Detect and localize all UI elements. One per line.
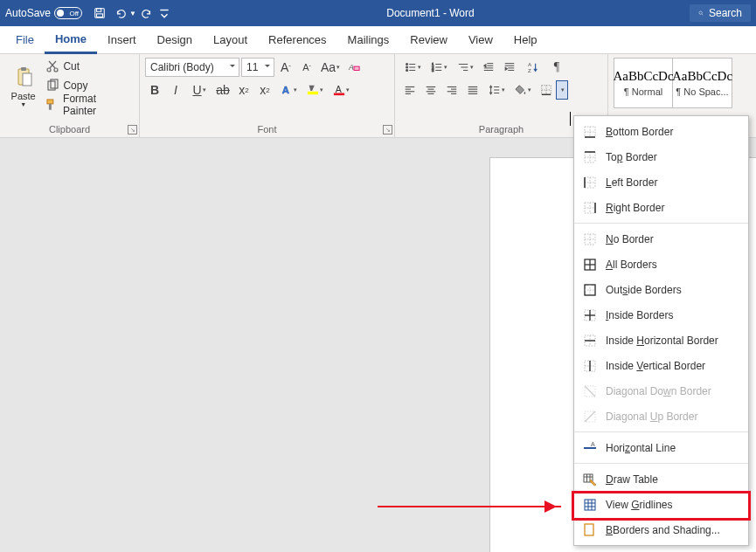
align-left-button[interactable]	[400, 80, 420, 100]
tab-file[interactable]: File	[5, 26, 45, 54]
autosave-toggle[interactable]: AutoSave Off	[5, 7, 82, 19]
view-gridlines-icon	[583, 498, 597, 512]
superscript-button[interactable]: x2	[255, 80, 274, 100]
right-border-icon	[583, 201, 597, 215]
style-no-spacing[interactable]: AaBbCcDc ¶ No Spac...	[673, 58, 732, 108]
search-box[interactable]: Search	[690, 4, 751, 22]
style-name-nospacing: ¶ No Spac...	[675, 86, 730, 97]
subscript-button[interactable]: x2	[234, 80, 253, 100]
clipboard-launcher[interactable]: ↘	[128, 125, 137, 135]
menu-label: All Borders	[606, 259, 657, 271]
format-painter-button[interactable]: Format Painter	[43, 96, 134, 114]
menu-label: Inside Borders	[606, 309, 673, 321]
qat-more-icon[interactable]	[158, 3, 170, 23]
menu-view-gridlines[interactable]: View Gridlines	[574, 492, 748, 517]
font-color-button[interactable]: A▾	[329, 80, 353, 100]
tab-mailings[interactable]: Mailings	[337, 26, 400, 54]
svg-point-9	[47, 68, 51, 72]
borders-menu: Bottom Border Top Border Left Border Rig…	[573, 115, 749, 546]
svg-rect-2	[97, 14, 103, 17]
increase-indent-button[interactable]	[500, 58, 519, 77]
tab-insert[interactable]: Insert	[97, 26, 147, 54]
format-painter-icon	[45, 98, 59, 112]
tab-help[interactable]: Help	[503, 26, 548, 54]
menu-left-border[interactable]: Left Border	[574, 169, 748, 195]
svg-line-12	[49, 61, 55, 68]
tab-design[interactable]: Design	[147, 26, 203, 54]
menu-right-border[interactable]: Right Border	[574, 195, 748, 220]
svg-rect-15	[47, 100, 53, 104]
numbering-button[interactable]: 123▾	[427, 58, 451, 77]
undo-icon[interactable]	[111, 3, 130, 23]
font-name-select[interactable]: Calibri (Body)	[145, 58, 239, 77]
menu-top-border[interactable]: Top Border	[574, 144, 748, 169]
borders-dropdown-button[interactable]: ▾	[556, 80, 568, 100]
grow-font-button[interactable]: Aˆ	[276, 58, 295, 77]
svg-line-121	[585, 411, 595, 422]
tab-review[interactable]: Review	[399, 26, 458, 54]
group-clipboard: Paste ▼ Cut Copy	[0, 54, 140, 137]
cut-button[interactable]: Cut	[43, 58, 134, 75]
menu-inside-horizontal-border[interactable]: Inside Horizontal Border	[574, 328, 748, 353]
style-normal[interactable]: AaBbCcDc ¶ Normal	[614, 58, 673, 108]
text-cursor	[570, 112, 571, 126]
show-marks-button[interactable]: ¶	[547, 58, 566, 77]
strikethrough-button[interactable]: ab	[213, 80, 232, 100]
menu-outside-borders[interactable]: Outside Borders	[574, 277, 748, 302]
tab-home[interactable]: Home	[45, 26, 97, 54]
menu-inside-borders[interactable]: Inside Borders	[574, 302, 748, 328]
borders-button[interactable]: ▾	[537, 80, 568, 100]
save-icon[interactable]	[90, 3, 109, 23]
shrink-font-button[interactable]: Aˇ	[297, 58, 316, 77]
underline-button[interactable]: U▾	[187, 80, 212, 100]
paste-arrow: ▼	[20, 101, 26, 107]
svg-text:A: A	[591, 441, 595, 447]
menu-label: Draw Table	[606, 473, 658, 486]
sort-button[interactable]: AZ	[521, 58, 545, 77]
bottom-border-icon	[583, 125, 597, 139]
svg-point-4	[699, 11, 702, 14]
line-spacing-button[interactable]: ▾	[484, 80, 509, 100]
undo-dropdown-arrow[interactable]: ▼	[129, 10, 136, 17]
clear-formatting-button[interactable]: A	[344, 58, 364, 77]
decrease-indent-button[interactable]	[479, 58, 498, 77]
shading-button[interactable]: ▾	[510, 80, 535, 100]
redo-icon[interactable]	[137, 3, 156, 23]
font-launcher[interactable]: ↘	[383, 125, 392, 135]
bullets-button[interactable]: ▾	[400, 58, 425, 77]
change-case-button[interactable]: Aa▾	[318, 58, 343, 77]
outside-borders-icon	[583, 283, 597, 297]
svg-text:A: A	[335, 84, 341, 94]
highlight-button[interactable]: ▾	[302, 80, 327, 100]
borders-and-shading-icon	[583, 523, 597, 537]
menu-no-border[interactable]: No Border	[574, 226, 748, 252]
justify-button[interactable]	[463, 80, 482, 100]
menu-borders-and-shading[interactable]: BBorders and Shading...	[574, 517, 748, 542]
text-effects-button[interactable]: A▾	[276, 80, 301, 100]
paste-button[interactable]: Paste ▼	[5, 63, 41, 109]
align-right-button[interactable]	[442, 80, 461, 100]
autosave-off-pill: Off	[54, 7, 82, 19]
bold-button[interactable]: B	[145, 80, 164, 100]
align-center-button[interactable]	[421, 80, 440, 100]
menu-diagonal-up-border: Diagonal Up Border	[574, 404, 748, 429]
menu-inside-vertical-border[interactable]: Inside Vertical Border	[574, 353, 748, 378]
multilevel-list-button[interactable]: ▾	[453, 58, 477, 77]
font-size-select[interactable]: 11	[241, 58, 274, 77]
menu-bottom-border[interactable]: Bottom Border	[574, 119, 748, 144]
svg-text:3: 3	[431, 68, 433, 72]
svg-point-25	[406, 66, 407, 68]
copy-icon	[45, 79, 59, 93]
copy-button[interactable]: Copy	[43, 77, 134, 94]
menu-draw-table[interactable]: Draw Table	[574, 466, 748, 492]
menu-all-borders[interactable]: All Borders	[574, 252, 748, 277]
tab-layout[interactable]: Layout	[203, 26, 258, 54]
menu-horizontal-line[interactable]: A Horizontal Line	[574, 435, 748, 460]
style-name-normal: ¶ Normal	[616, 86, 670, 97]
style-preview: AaBbCcDc	[672, 69, 732, 84]
tab-references[interactable]: References	[258, 26, 336, 54]
tab-view[interactable]: View	[458, 26, 503, 54]
italic-button[interactable]: I	[166, 80, 185, 100]
titlebar: AutoSave Off ▼ Document1 - Word Search	[0, 0, 756, 26]
menu-label: Inside Vertical Border	[606, 360, 705, 372]
